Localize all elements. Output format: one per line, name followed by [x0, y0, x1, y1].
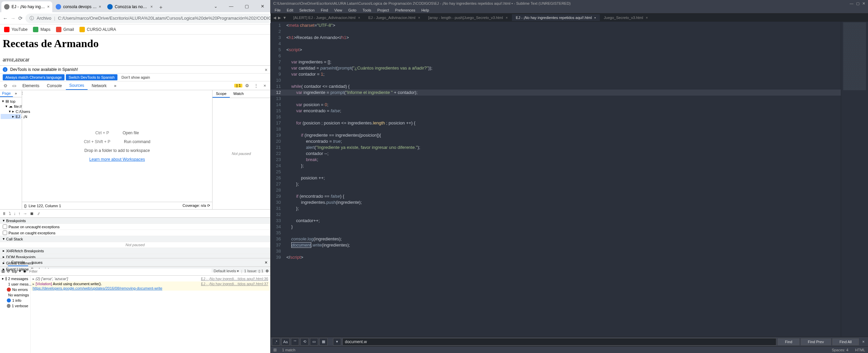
tab-back-icon[interactable]: ◀ — [273, 16, 276, 20]
eye-icon[interactable]: ◉ — [23, 269, 26, 273]
close-button[interactable]: ✕ — [862, 1, 865, 6]
close-button[interactable]: ✕ — [255, 0, 270, 12]
tree-node[interactable]: ▾☁file:// — [1, 104, 21, 109]
sublime-editor[interactable]: 1234567891011121314151617181920212223242… — [271, 22, 868, 337]
bookmark-youtube[interactable]: YouTube — [4, 27, 27, 32]
issue-count[interactable]: 1 Issue: ▯ 1 — [244, 269, 263, 273]
tabs-more[interactable]: » — [13, 90, 19, 97]
section-callstack[interactable]: ▾ Call Stack — [0, 236, 270, 242]
file-tab[interactable]: EJ - Juego_Adivinacion.html× — [364, 14, 424, 21]
tab-issues[interactable]: Issues — [28, 259, 46, 266]
new-tab-button[interactable]: + — [156, 3, 166, 12]
find-prev-button[interactable]: Find Prev — [801, 338, 831, 345]
context-select[interactable]: top — [12, 269, 17, 273]
sidebar-toggle-icon[interactable]: ▥ — [1, 269, 5, 273]
menu-view[interactable]: View — [331, 7, 345, 13]
find-input[interactable] — [343, 338, 776, 346]
gear-icon[interactable]: ⚙ — [243, 83, 251, 88]
section-xhr-bp[interactable]: ▸ XHR/fetch Breakpoints — [0, 248, 270, 254]
console-sidebar[interactable]: ▸2 messages1 user mess...No errorsNo war… — [0, 276, 31, 353]
tab-down-icon[interactable]: ▼ — [283, 16, 287, 20]
close-icon[interactable]: × — [262, 258, 270, 267]
clear-icon[interactable]: ⊘ — [7, 269, 10, 273]
tree-node[interactable]: ▾▤top — [1, 99, 21, 104]
chevron-down-icon[interactable]: ⌄ — [208, 0, 223, 12]
minimap[interactable] — [841, 22, 868, 337]
console-filter-row[interactable]: No warnings — [0, 292, 30, 298]
maximize-button[interactable]: ▢ — [239, 0, 255, 12]
back-button[interactable]: ← — [3, 14, 8, 23]
console-messages[interactable]: ▸ (2) ['arroz', 'azucar']EJ - ¡No hay in… — [31, 276, 270, 353]
close-icon[interactable]: × — [261, 83, 269, 88]
menu-icon[interactable]: ⋮ — [252, 83, 260, 88]
find-dropdown[interactable]: ▾ — [333, 338, 341, 346]
pause-caught-checkbox[interactable]: Pause on caught exceptions — [0, 230, 270, 236]
menu-help[interactable]: Help — [419, 7, 432, 13]
menu-file[interactable]: File — [272, 7, 283, 13]
tab-scope[interactable]: Scope — [213, 90, 230, 98]
syntax-selector[interactable]: HTML — [855, 348, 865, 352]
menu-project[interactable]: Project — [375, 7, 392, 13]
menu-tools[interactable]: Tools — [360, 7, 374, 13]
tab-watch[interactable]: Watch — [230, 90, 247, 98]
info-icon[interactable]: ⓘ — [30, 15, 34, 21]
issues-badge[interactable]: ▯ 1 — [234, 84, 242, 87]
close-icon[interactable]: × — [150, 4, 153, 9]
device-icon[interactable]: ▭ — [10, 83, 18, 88]
tab-fwd-icon[interactable]: ▶ — [278, 16, 281, 20]
always-match-button[interactable]: Always match Chrome's language — [3, 74, 64, 80]
menu-icon[interactable]: ⋮ — [0, 259, 8, 266]
menu-selection[interactable]: Selection — [297, 7, 317, 13]
step-over-button[interactable]: ⤵ — [9, 211, 11, 216]
sublime-menubar[interactable]: FileEditSelectionFindViewGotoToolsProjec… — [271, 7, 868, 14]
bracket-icon[interactable]: {} — [24, 204, 26, 208]
reload-button[interactable]: ⟳ — [18, 14, 23, 23]
console-filter-row[interactable]: 1 verbose — [0, 303, 30, 309]
close-icon[interactable]: × — [860, 339, 867, 344]
find-all-button[interactable]: Find All — [832, 338, 859, 345]
tab-elements[interactable]: Elements — [19, 82, 43, 90]
inspect-icon[interactable]: ⯐ — [1, 83, 10, 88]
close-icon[interactable]: × — [47, 4, 50, 9]
whole-word-toggle[interactable]: “” — [291, 338, 299, 346]
indent-selector[interactable]: Spaces: 4 — [832, 348, 848, 352]
tabs-more[interactable]: » — [111, 82, 120, 90]
filter-input[interactable] — [29, 269, 211, 274]
menu-edit[interactable]: Edit — [284, 7, 296, 13]
case-toggle[interactable]: Aa — [281, 338, 290, 346]
tab-page[interactable]: Page — [0, 90, 13, 97]
maximize-button[interactable]: ▢ — [856, 1, 860, 6]
switch-language-button[interactable]: Switch DevTools to Spanish — [66, 74, 117, 80]
console-filter-row[interactable]: 1 user mess... — [0, 281, 30, 287]
reload-icon[interactable]: ⟳ — [207, 203, 210, 208]
minimize-button[interactable]: — — [223, 0, 239, 12]
section-breakpoints[interactable]: ▾ Breakpoints — [0, 218, 270, 224]
tree-node[interactable]: ▾▸C:/Users — [1, 109, 21, 114]
tab-console[interactable]: Console — [43, 82, 65, 90]
pause-button[interactable]: ⏸ — [2, 211, 6, 216]
pause-uncaught-checkbox[interactable]: Pause on uncaught exceptions — [0, 224, 270, 230]
console-filter-row[interactable]: 1 info — [0, 298, 30, 303]
workspaces-link[interactable]: Learn more about Workspaces — [89, 157, 145, 162]
file-tab[interactable]: [array - length - push]Juego_Secreto_v3.… — [424, 14, 512, 21]
in-selection-toggle[interactable]: ▭ — [310, 338, 318, 346]
step-out-button[interactable]: ↑ — [18, 211, 20, 216]
console-filter-row[interactable]: ▸2 messages — [0, 276, 30, 281]
tree-node[interactable]: ▸EJ - ¡N — [1, 114, 21, 119]
panel-icon[interactable]: ▥ — [273, 348, 277, 352]
tab-console[interactable]: Console — [8, 259, 28, 266]
step-into-button[interactable]: ↓ — [14, 211, 16, 216]
tab-nav[interactable]: ◀▶▼ — [271, 16, 289, 20]
source-tree[interactable]: ▾▤top▾☁file://▾▸C:/Users▸EJ - ¡N — [0, 97, 22, 120]
menu-goto[interactable]: Goto — [346, 7, 359, 13]
minimize-button[interactable]: — — [850, 1, 853, 6]
log-levels-select[interactable]: Default levels ▾ — [214, 269, 239, 273]
close-icon[interactable]: × — [265, 67, 267, 73]
bookmark-maps[interactable]: Maps — [33, 27, 50, 32]
browser-tab[interactable]: Conozca las novedades del Prof× — [105, 1, 155, 12]
highlight-toggle[interactable]: ▦ — [319, 338, 328, 346]
bookmark-curso[interactable]: CURSO ALURA — [79, 27, 116, 32]
console-filter-row[interactable]: No errors — [0, 287, 30, 292]
tab-network[interactable]: Network — [88, 82, 110, 90]
tab-sources[interactable]: Sources — [66, 82, 88, 90]
